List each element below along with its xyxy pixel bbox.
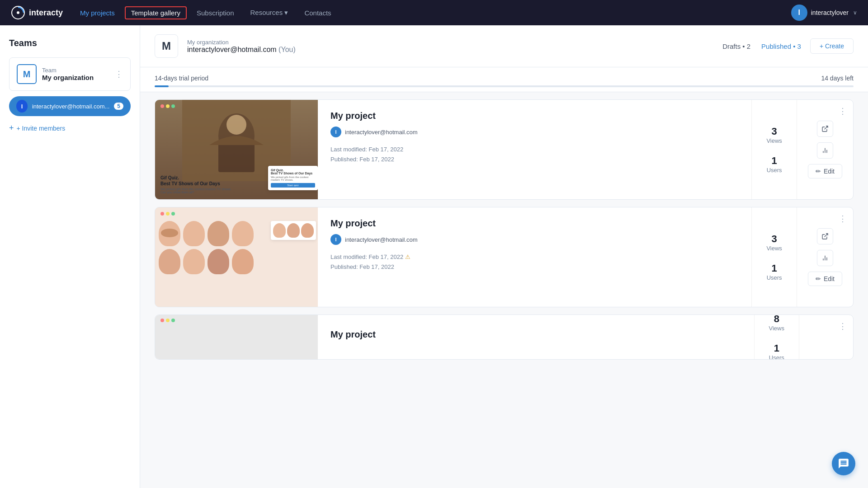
project-thumbnail-2 (155, 207, 318, 307)
project-title-3: My project (330, 329, 376, 340)
user-pill-email: interactylover@hotmail.com... (32, 103, 109, 110)
project-stats-3: 8 Views 1 Users (754, 315, 799, 359)
org-email: interactylover@hotmail.com (You) (187, 46, 713, 54)
project-user-avatar-2: I (330, 234, 341, 245)
views-stat-2: 3 Views (766, 233, 782, 252)
project-user-email-2: interactylover@hotmail.com (345, 236, 418, 243)
plus-icon: + (9, 123, 14, 133)
nav-template-gallery[interactable]: Template gallery (125, 6, 187, 19)
chevron-down-icon: ∨ (853, 9, 857, 16)
thumb-subtitle-1: We picked gifs from the coolest modern T… (160, 188, 312, 194)
invite-members-button[interactable]: + + Invite members (9, 122, 131, 135)
svg-point-4 (226, 115, 246, 135)
team-info: Team My organization (42, 67, 109, 81)
org-stats: Drafts • 2 Published • 3 (722, 42, 801, 50)
svg-point-1 (17, 11, 19, 14)
analytics-button-2[interactable] (817, 250, 833, 266)
project-stats-1: 3 Views 1 Users (751, 100, 796, 199)
org-avatar: M (155, 34, 178, 58)
svg-rect-5 (218, 141, 255, 172)
main-layout: Teams M Team My organization ⋮ I interac… (0, 25, 868, 488)
user-pill[interactable]: I interactylover@hotmail.com... 5 (9, 96, 131, 116)
edit-icon-2: ✏ (816, 275, 821, 282)
create-button[interactable]: + Create (810, 38, 854, 54)
card-menu-icon-3[interactable]: ⋮ (839, 321, 847, 331)
project-dates-2: Last modified: Feb 17, 2022⚠ Published: … (330, 252, 739, 272)
project-stats-2: 3 Views 1 Users (751, 207, 796, 307)
project-user-email-1: interactylover@hotmail.com (345, 129, 418, 136)
users-stat-3: 1 Users (769, 343, 784, 360)
nav-contacts[interactable]: Contacts (298, 6, 337, 19)
svg-line-6 (825, 126, 828, 129)
users-stat-2: 1 Users (767, 263, 782, 281)
views-stat-3: 8 Views (769, 314, 784, 332)
trial-progress-fill (155, 85, 169, 87)
edit-icon-1: ✏ (816, 168, 821, 175)
logo[interactable]: interacty (11, 5, 63, 20)
project-thumbnail: Gif Quiz.Best TV Shows of Our Days We pi… (155, 100, 318, 199)
svg-line-10 (825, 234, 828, 237)
analytics-button-1[interactable] (817, 142, 833, 159)
project-user-avatar-1: I (330, 127, 341, 137)
user-pill-badge: 5 (114, 103, 123, 110)
main-content: M My organization interactylover@hotmail… (140, 25, 868, 488)
project-dates-1: Last modified: Feb 17, 2022 Published: F… (330, 145, 739, 164)
projects-list: ⋮ (140, 92, 868, 367)
invite-label: + Invite members (17, 125, 66, 132)
username: interactylover (811, 9, 849, 16)
project-info-2: My project I interactylover@hotmail.com … (318, 207, 751, 307)
project-card: ⋮ (155, 99, 854, 200)
trial-banner: 14-days trial period 14 days left (140, 67, 868, 92)
logo-icon (11, 5, 25, 20)
trial-progress-bar (155, 85, 854, 87)
users-stat-1: 1 Users (767, 155, 782, 174)
project-info-1: My project I interactylover@hotmail.com … (318, 100, 751, 199)
project-card-3: ⋮ My project 8 Vi (155, 314, 854, 360)
logo-text: interacty (29, 8, 63, 18)
nav-subscription[interactable]: Subscription (190, 6, 241, 19)
project-title-2: My project (330, 218, 739, 229)
nav-my-projects[interactable]: My projects (74, 6, 121, 19)
card-menu-icon-2[interactable]: ⋮ (839, 214, 847, 224)
chat-icon (838, 458, 849, 469)
chat-fab-button[interactable] (832, 452, 855, 475)
card-menu-icon[interactable]: ⋮ (839, 106, 847, 116)
nav-resources[interactable]: Resources ▾ (244, 6, 295, 19)
org-header: M My organization interactylover@hotmail… (140, 25, 868, 67)
org-info: My organization interactylover@hotmail.c… (187, 39, 713, 54)
trial-text: 14-days trial period (155, 75, 208, 82)
warning-icon: ⚠ (405, 253, 410, 260)
navbar: interacty My projects Template gallery S… (0, 0, 868, 25)
edit-button-2[interactable]: ✏ Edit (808, 272, 842, 286)
project-thumbnail-3 (155, 315, 318, 360)
team-menu-icon[interactable]: ⋮ (115, 69, 123, 79)
project-title-1: My project (330, 111, 739, 121)
user-menu[interactable]: I interactylover ∨ (791, 5, 857, 21)
team-avatar: M (17, 64, 37, 84)
team-card[interactable]: M Team My organization ⋮ (9, 57, 131, 91)
project-card-2: ⋮ (155, 207, 854, 307)
external-link-button-2[interactable] (817, 228, 833, 244)
drafts-stat: Drafts • 2 (722, 42, 750, 50)
trial-days-left: 14 days left (821, 75, 854, 82)
org-you-label: (You) (278, 46, 296, 53)
edit-button-1[interactable]: ✏ Edit (808, 164, 842, 178)
project-info-3: My project (318, 315, 754, 359)
sidebar: Teams M Team My organization ⋮ I interac… (0, 25, 140, 488)
team-label: Team (42, 67, 109, 74)
project-user-2: I interactylover@hotmail.com (330, 234, 739, 245)
sidebar-title: Teams (9, 38, 131, 48)
user-avatar: I (791, 5, 807, 21)
project-user-1: I interactylover@hotmail.com (330, 127, 739, 137)
thumb-title-1: Gif Quiz.Best TV Shows of Our Days (160, 175, 312, 187)
views-stat-1: 3 Views (766, 126, 782, 144)
thumb-dots-2 (160, 212, 175, 216)
team-name: My organization (42, 74, 109, 81)
external-link-button-1[interactable] (817, 121, 833, 137)
user-pill-avatar: I (16, 100, 28, 113)
published-stat[interactable]: Published • 3 (761, 42, 801, 50)
org-name: My organization (187, 39, 713, 46)
